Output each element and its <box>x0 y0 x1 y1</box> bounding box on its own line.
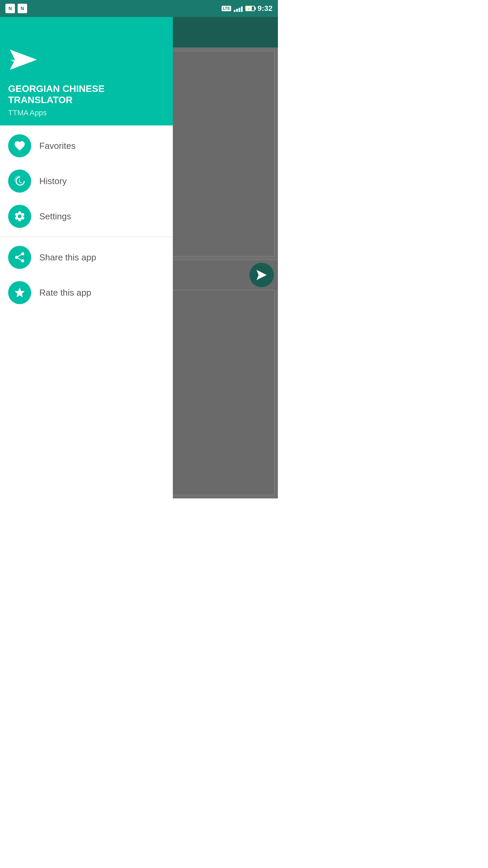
menu-divider <box>0 237 173 237</box>
signal-bars <box>234 5 243 12</box>
share-label: Share this app <box>39 252 96 263</box>
drawer-header: GEORGIAN CHINESE TRANSLATOR TTMA Apps <box>0 17 173 125</box>
status-bar: N N LTE ⚡ 9:32 <box>0 0 278 17</box>
star-icon <box>14 287 26 299</box>
settings-label: Settings <box>39 211 71 222</box>
svg-line-5 <box>18 258 21 260</box>
menu-item-settings[interactable]: Settings <box>0 199 173 234</box>
history-icon-circle <box>8 170 31 193</box>
n-icon-2: N <box>18 4 27 13</box>
signal-bar-1 <box>234 10 236 12</box>
app-logo <box>8 44 165 76</box>
app-title: GEORGIAN CHINESE TRANSLATOR <box>8 83 165 106</box>
logo-icon <box>8 44 39 75</box>
n-icon-1: N <box>5 4 15 13</box>
svg-point-4 <box>21 259 24 262</box>
drawer-menu: Favorites History Set <box>0 125 173 498</box>
favorites-icon-circle <box>8 134 31 157</box>
share-icon-circle <box>8 246 31 269</box>
status-bar-left-icons: N N <box>5 4 27 13</box>
share-icon <box>14 251 26 263</box>
clock-icon <box>14 175 26 187</box>
menu-item-share[interactable]: Share this app <box>0 240 173 275</box>
rate-icon-circle <box>8 281 31 304</box>
signal-bar-4 <box>241 6 243 12</box>
signal-bar-3 <box>239 8 240 12</box>
svg-line-6 <box>18 255 21 257</box>
settings-icon-circle <box>8 205 31 228</box>
svg-point-2 <box>21 252 24 255</box>
app-subtitle: TTMA Apps <box>8 108 165 117</box>
status-bar-right-icons: LTE ⚡ 9:32 <box>222 4 272 13</box>
main-container: CHINESE GEORGIAN C <box>0 17 278 498</box>
battery-fill: ⚡ <box>246 6 252 11</box>
favorites-label: Favorites <box>39 141 76 151</box>
rate-label: Rate this app <box>39 288 91 298</box>
battery-bolt: ⚡ <box>247 7 251 11</box>
menu-item-history[interactable]: History <box>0 163 173 199</box>
send-icon <box>256 269 268 281</box>
history-label: History <box>39 176 67 186</box>
drawer: GEORGIAN CHINESE TRANSLATOR TTMA Apps Fa… <box>0 17 173 498</box>
svg-point-3 <box>15 256 18 259</box>
status-time: 9:32 <box>258 4 272 13</box>
menu-item-favorites[interactable]: Favorites <box>0 128 173 163</box>
translate-button[interactable] <box>249 263 274 287</box>
signal-bar-2 <box>236 9 238 12</box>
gear-icon <box>14 210 26 222</box>
heart-icon <box>14 140 26 152</box>
menu-item-rate[interactable]: Rate this app <box>0 275 173 310</box>
battery-icon: ⚡ <box>245 6 255 11</box>
lte-icon: LTE <box>222 6 231 11</box>
